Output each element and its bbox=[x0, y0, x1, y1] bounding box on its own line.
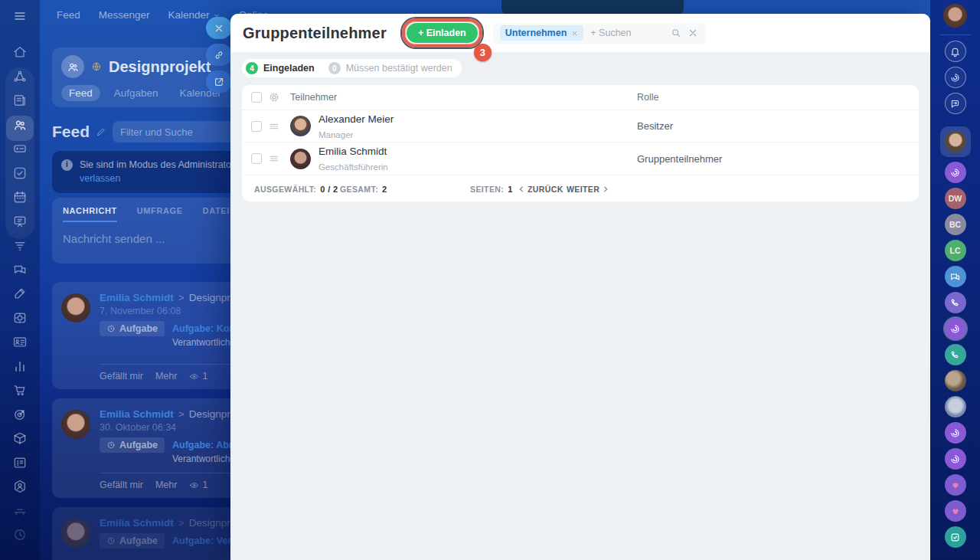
more-link[interactable]: Mehr bbox=[155, 371, 177, 382]
chat-icon bbox=[949, 271, 961, 283]
board-icon[interactable] bbox=[12, 214, 28, 229]
drive-icon[interactable] bbox=[12, 141, 28, 156]
avatar bbox=[290, 149, 311, 169]
row-menu-icon[interactable] bbox=[268, 120, 280, 133]
composer-tab-datei[interactable]: DATEI bbox=[203, 206, 230, 222]
right-rail: DW BC LC bbox=[930, 0, 980, 560]
row-checkbox[interactable] bbox=[251, 121, 262, 132]
row-checkbox[interactable] bbox=[251, 153, 262, 164]
profile-hexagon-icon[interactable] bbox=[12, 479, 28, 494]
post-author-link[interactable]: Emilia Schmidt bbox=[100, 517, 174, 529]
time-icon[interactable] bbox=[12, 527, 28, 542]
admin-leave-link[interactable]: verlassen bbox=[80, 173, 121, 184]
groups-icon[interactable] bbox=[12, 117, 28, 133]
planner-icon[interactable] bbox=[12, 455, 28, 470]
package-icon[interactable] bbox=[12, 431, 28, 446]
network-icon[interactable] bbox=[12, 69, 28, 84]
copilot-chat[interactable] bbox=[945, 162, 966, 183]
pin-icon[interactable] bbox=[96, 126, 106, 137]
like-link[interactable]: Gefällt mir bbox=[100, 480, 143, 490]
group-tab-aufgaben[interactable]: Aufgaben bbox=[106, 85, 166, 101]
search-icon[interactable] bbox=[671, 28, 681, 38]
marketing-target-icon[interactable] bbox=[12, 407, 28, 422]
tutorial-step-badge: 3 bbox=[474, 44, 492, 61]
menu-item-feed[interactable]: Feed bbox=[57, 9, 80, 21]
pages-value: 1 bbox=[508, 185, 513, 194]
collapsed-top-widget[interactable] bbox=[501, 0, 684, 15]
task-badge: Aufgabe bbox=[100, 437, 165, 453]
column-role[interactable]: Rolle bbox=[637, 92, 659, 103]
row-menu-icon[interactable] bbox=[268, 152, 280, 165]
selected-value: 0 / 2 bbox=[320, 185, 338, 194]
member-name[interactable]: Alexander Meier bbox=[318, 113, 394, 125]
chat-avatar-cat[interactable] bbox=[945, 396, 966, 418]
composer-tab-nachricht[interactable]: NACHRICHT bbox=[63, 206, 117, 222]
tasks-icon[interactable] bbox=[12, 165, 28, 181]
app-screen: Feed Messenger Kalender Online bbox=[0, 0, 980, 560]
clear-search-icon[interactable] bbox=[688, 28, 698, 38]
chat-avatar-photo[interactable] bbox=[945, 370, 966, 391]
group-title: Designprojekt bbox=[109, 58, 211, 76]
chat-avatar-heart[interactable] bbox=[945, 500, 966, 522]
chat-avatar-lc[interactable]: LC bbox=[945, 240, 966, 261]
prev-page-button[interactable]: ZURÜCK bbox=[518, 185, 564, 194]
group-tab-feed[interactable]: Feed bbox=[61, 85, 100, 101]
member-role: Besitzer bbox=[637, 120, 673, 132]
chat-avatar-bc[interactable]: BC bbox=[945, 214, 966, 235]
filter-search-bar[interactable]: Unternehmen + Suchen bbox=[493, 23, 705, 44]
messenger-icon[interactable] bbox=[12, 262, 28, 277]
next-page-button[interactable]: WEITER bbox=[567, 185, 609, 194]
table-row[interactable]: Alexander Meier Manager Besitzer bbox=[242, 110, 919, 142]
like-link[interactable]: Gefällt mir bbox=[100, 371, 143, 382]
filter-chip-unternehmen[interactable]: Unternehmen bbox=[500, 25, 584, 41]
call-chat-button[interactable] bbox=[945, 292, 966, 313]
recent-chats-button[interactable] bbox=[945, 93, 966, 114]
menu-item-messenger[interactable]: Messenger bbox=[99, 9, 150, 21]
more-link[interactable]: Mehr bbox=[155, 480, 177, 490]
invite-button[interactable]: + Einladen bbox=[407, 23, 478, 43]
counter-invited[interactable]: 4 Eingeladen bbox=[246, 62, 315, 74]
tasks-chat-button[interactable] bbox=[945, 526, 966, 548]
members-table: Teilnehmer Rolle Alexander Meier Manager… bbox=[242, 85, 919, 201]
clock-icon bbox=[106, 536, 116, 545]
copy-link-button[interactable] bbox=[206, 44, 232, 66]
selected-label: AUSGEWÄHLT: bbox=[254, 185, 316, 194]
vault-icon[interactable] bbox=[12, 310, 28, 326]
gear-icon[interactable] bbox=[268, 91, 280, 103]
shop-cart-icon[interactable] bbox=[12, 382, 28, 398]
column-participant[interactable]: Teilnehmer bbox=[290, 92, 337, 103]
member-name[interactable]: Emilia Schmidt bbox=[318, 146, 387, 157]
calendar-icon[interactable] bbox=[12, 189, 28, 205]
news-feed-icon[interactable] bbox=[12, 93, 28, 108]
chip-remove-icon[interactable] bbox=[571, 30, 578, 37]
select-all-checkbox[interactable] bbox=[251, 92, 262, 103]
id-card-icon[interactable] bbox=[12, 334, 28, 349]
post-author-link[interactable]: Emilia Schmidt bbox=[100, 292, 174, 303]
search-placeholder[interactable]: + Suchen bbox=[590, 28, 631, 38]
group-chat-button[interactable] bbox=[945, 266, 966, 287]
copilot-chat[interactable] bbox=[945, 448, 966, 470]
composer-tab-umfrage[interactable]: UMFRAGE bbox=[137, 206, 183, 222]
crm-funnel-icon[interactable] bbox=[12, 237, 28, 253]
chat-avatar-dw[interactable]: DW bbox=[945, 188, 966, 209]
analytics-icon[interactable] bbox=[12, 359, 28, 374]
current-user-avatar[interactable] bbox=[943, 4, 967, 28]
close-slider-button[interactable] bbox=[206, 17, 232, 39]
home-icon[interactable] bbox=[12, 44, 28, 60]
counter-pending[interactable]: 0 Müssen bestätigt werden bbox=[328, 62, 452, 74]
copilot-chat[interactable] bbox=[945, 422, 966, 444]
post-author-link[interactable]: Emilia Schmidt bbox=[100, 408, 174, 420]
member-position: Manager bbox=[318, 130, 353, 139]
open-new-window-button[interactable] bbox=[206, 70, 232, 93]
table-row[interactable]: Emilia Schmidt Geschäftsführerin Gruppen… bbox=[242, 142, 919, 175]
total-label: GESAMT: bbox=[340, 185, 378, 194]
chat-avatar-heart[interactable] bbox=[945, 474, 966, 496]
sign-icon[interactable] bbox=[12, 286, 28, 301]
hamburger-menu-icon[interactable] bbox=[12, 10, 28, 22]
call-chat-button[interactable] bbox=[945, 344, 966, 365]
active-chat-highlight[interactable] bbox=[940, 126, 971, 157]
copilot-chat-active[interactable] bbox=[945, 318, 966, 339]
copilot-button[interactable] bbox=[945, 67, 966, 88]
notifications-button[interactable] bbox=[945, 41, 966, 62]
workbench-icon[interactable] bbox=[12, 503, 28, 519]
